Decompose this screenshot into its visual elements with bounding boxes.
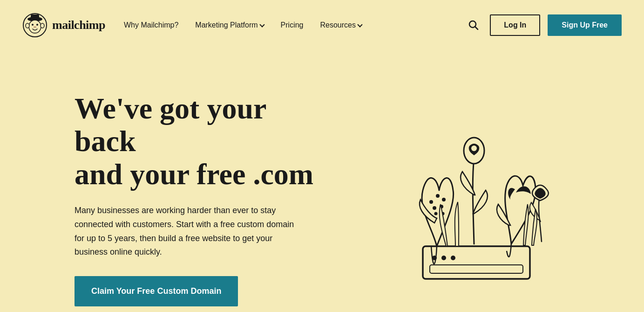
logo-text: mailchimp — [52, 18, 105, 32]
svg-point-6 — [34, 26, 36, 28]
search-button[interactable] — [465, 16, 482, 34]
svg-rect-2 — [31, 14, 39, 20]
hero-section: We've got your back and your free .com M… — [0, 50, 644, 312]
nav-item-resources[interactable]: Resources — [320, 21, 361, 29]
chevron-down-icon — [259, 22, 264, 27]
svg-point-17 — [436, 194, 440, 198]
svg-point-21 — [434, 212, 437, 215]
login-button[interactable]: Log In — [490, 14, 540, 36]
svg-point-18 — [442, 198, 446, 201]
header: mailchimp Why Mailchimp? Marketing Platf… — [0, 0, 644, 50]
svg-point-14 — [451, 256, 455, 260]
nav-actions: Log In Sign Up Free — [465, 14, 622, 36]
svg-point-7 — [26, 23, 29, 28]
svg-rect-15 — [430, 265, 523, 273]
cta-button[interactable]: Claim Your Free Custom Domain — [75, 276, 238, 306]
logo-icon — [22, 13, 47, 38]
floral-illustration — [362, 78, 586, 302]
svg-line-10 — [475, 27, 478, 30]
search-icon — [468, 20, 479, 30]
nav-item-pricing[interactable]: Pricing — [281, 21, 304, 29]
svg-point-16 — [429, 200, 433, 204]
main-nav: Why Mailchimp? Marketing Platform Pricin… — [124, 21, 465, 29]
svg-point-24 — [471, 146, 477, 151]
hero-description: Many businesses are working harder than … — [75, 204, 298, 259]
svg-point-4 — [32, 24, 34, 26]
signup-button[interactable]: Sign Up Free — [548, 14, 622, 36]
nav-item-platform[interactable]: Marketing Platform — [195, 21, 264, 29]
logo-link[interactable]: mailchimp — [22, 13, 105, 38]
svg-rect-11 — [423, 246, 530, 279]
svg-point-8 — [41, 23, 44, 28]
svg-point-13 — [441, 256, 446, 260]
hero-title: We've got your back and your free .com — [75, 92, 326, 191]
chevron-down-icon — [357, 22, 362, 27]
nav-item-why[interactable]: Why Mailchimp? — [124, 21, 178, 29]
svg-point-19 — [433, 206, 436, 210]
svg-point-5 — [36, 24, 38, 26]
hero-illustration — [326, 78, 622, 302]
hero-content: We've got your back and your free .com M… — [75, 78, 326, 312]
